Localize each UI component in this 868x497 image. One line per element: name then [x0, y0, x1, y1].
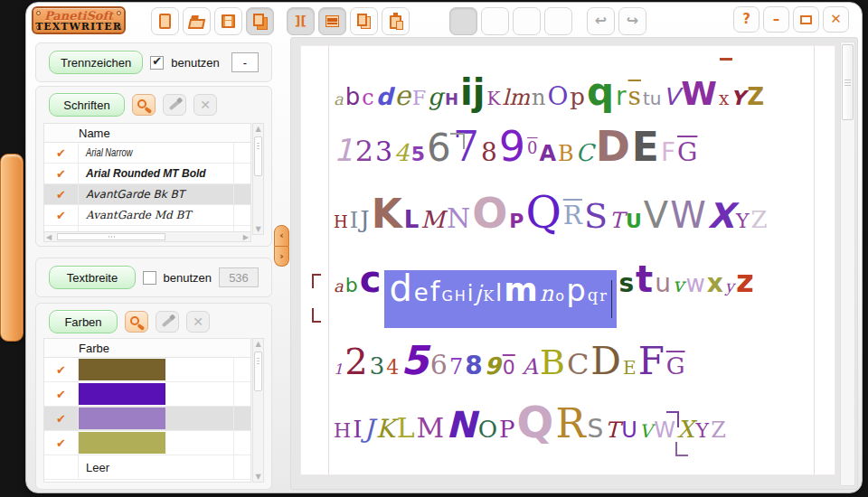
font-row[interactable]: ✔Arial Rounded MT Bold: [44, 164, 250, 184]
font-table-vscrollbar[interactable]: ▲ ▼: [252, 123, 264, 235]
undo-button[interactable]: ↩: [587, 7, 615, 35]
align-left-button[interactable]: [449, 7, 477, 35]
text-line-2[interactable]: 1234567890ABCDEFG: [334, 126, 699, 167]
color-delete-button[interactable]: ✕: [186, 311, 210, 333]
font-check-cell[interactable]: ✔: [44, 205, 79, 225]
font-delete-button[interactable]: ✕: [193, 94, 217, 116]
font-row[interactable]: ✔Arial Narrow: [44, 143, 250, 164]
font-check-cell[interactable]: ✔: [44, 143, 79, 163]
color-check-cell[interactable]: [44, 455, 79, 479]
align-center-button[interactable]: [481, 7, 509, 35]
color-swatch[interactable]: [79, 432, 165, 454]
color-swatch[interactable]: [79, 408, 165, 429]
drawer-handle[interactable]: [0, 154, 24, 342]
font-table-header[interactable]: Name: [44, 124, 250, 143]
scroll-down-icon[interactable]: ▼: [253, 225, 263, 233]
color-check-cell[interactable]: ✔: [44, 407, 79, 430]
save-document-button[interactable]: [214, 7, 242, 35]
text-selection[interactable]: defGHijKlmnopqr: [384, 270, 617, 328]
close-button[interactable]: ✕: [823, 6, 849, 33]
scroll-thumb[interactable]: [254, 352, 262, 391]
canvas-vscrollbar[interactable]: [840, 42, 855, 486]
paragraph-lines-button[interactable]: [318, 7, 346, 35]
color-check-cell[interactable]: ✔: [44, 431, 79, 455]
color-check-cell[interactable]: ✔: [44, 358, 79, 381]
paste-icon: [390, 15, 401, 29]
color-value-cell[interactable]: [79, 431, 234, 455]
scroll-left-icon[interactable]: ◀: [46, 232, 52, 241]
maximize-button[interactable]: [793, 6, 819, 33]
color-check-cell[interactable]: ✔: [44, 382, 79, 406]
trennzeichen-button[interactable]: Trennzeichen: [49, 51, 143, 74]
color-column-header[interactable]: Farbe: [79, 342, 109, 355]
color-row[interactable]: ✔: [44, 407, 250, 431]
color-value-cell[interactable]: Leer: [79, 455, 234, 479]
glyph: 9: [485, 354, 501, 378]
trennzeichen-input[interactable]: [231, 52, 259, 72]
text-line-5[interactable]: 1234567890 ABCDEFG: [334, 341, 687, 380]
textbreite-input[interactable]: [219, 267, 259, 287]
scroll-thumb[interactable]: [57, 233, 165, 240]
color-row[interactable]: ✔: [44, 382, 250, 407]
font-row[interactable]: ✔AvantGarde Md BT: [44, 205, 250, 226]
color-extra-cell: [234, 407, 250, 430]
color-row[interactable]: ✔: [44, 431, 250, 455]
color-value-cell[interactable]: [79, 358, 234, 381]
color-table-header[interactable]: Farbe: [44, 339, 250, 358]
glyph: a: [334, 278, 344, 295]
color-swatch[interactable]: [79, 359, 165, 380]
text-line-4[interactable]: abcdefGHijKlmnopqrstuvwxyz: [334, 261, 756, 319]
expand-sidebar-button[interactable]: ›: [274, 247, 289, 267]
farben-button[interactable]: Farben: [49, 310, 118, 333]
format-mark: [450, 133, 465, 149]
collapse-sidebar-button[interactable]: ‹: [274, 225, 289, 247]
font-name-cell[interactable]: Arial Narrow: [79, 143, 234, 163]
color-search-button[interactable]: [125, 311, 148, 333]
align-right-button[interactable]: [513, 7, 541, 35]
trennzeichen-checkbox[interactable]: ✔: [150, 56, 164, 70]
text-line-3[interactable]: HIJKLMNOPQRSTUVWXYZ: [334, 191, 769, 234]
text-line-1[interactable]: abcdeFgHijKlmnOpqrstuVWxYZ: [334, 73, 766, 111]
schriften-button[interactable]: Schriften: [49, 93, 125, 117]
color-swatch[interactable]: [79, 383, 165, 405]
font-name-cell[interactable]: AvantGarde Bk BT: [79, 184, 234, 204]
glyph: Y: [731, 89, 745, 108]
paste-button[interactable]: [382, 7, 410, 35]
glyph: O: [478, 417, 497, 441]
textbreite-checkbox[interactable]: [143, 271, 156, 285]
scroll-up-icon[interactable]: ▲: [253, 340, 263, 348]
font-name-column-header[interactable]: Name: [79, 127, 110, 140]
font-row[interactable]: ✔AvantGarde Bk BT: [44, 184, 250, 205]
copy-button[interactable]: [350, 7, 378, 35]
font-table-hscrollbar[interactable]: ◀ ▶: [43, 231, 251, 242]
glyph: U: [626, 211, 642, 231]
glyph: c: [362, 87, 373, 108]
help-button[interactable]: ?: [733, 6, 760, 33]
new-document-button[interactable]: [151, 7, 179, 35]
font-check-cell[interactable]: ✔: [44, 164, 79, 183]
font-name-cell[interactable]: Arial Rounded MT Bold: [79, 164, 234, 183]
open-document-button[interactable]: [183, 7, 211, 35]
color-table-vscrollbar[interactable]: ▲ ▼: [252, 338, 264, 483]
color-value-cell[interactable]: [79, 382, 234, 406]
document-page[interactable]: abcdeFgHijKlmnOpqrstuVWxYZ1234567890ABCD…: [300, 45, 835, 475]
color-row[interactable]: Leer: [44, 455, 250, 480]
font-name-cell[interactable]: AvantGarde Md BT: [79, 205, 234, 225]
select-brackets-button[interactable]: ][: [287, 7, 315, 35]
color-edit-button[interactable]: [156, 311, 179, 333]
scroll-down-icon[interactable]: ▼: [253, 473, 263, 481]
font-search-button[interactable]: [132, 94, 156, 116]
font-edit-button[interactable]: [163, 94, 186, 116]
scroll-thumb[interactable]: [842, 44, 854, 120]
align-justify-button[interactable]: [544, 7, 572, 35]
textbreite-button[interactable]: Textbreite: [49, 266, 136, 289]
scroll-right-icon[interactable]: ▶: [243, 232, 249, 241]
scroll-up-icon[interactable]: ▲: [253, 125, 263, 133]
minimize-button[interactable]: –: [763, 6, 789, 33]
save-all-button[interactable]: [246, 7, 274, 35]
color-value-cell[interactable]: [79, 407, 234, 430]
font-check-cell[interactable]: ✔: [44, 184, 79, 204]
scroll-thumb[interactable]: [254, 136, 262, 176]
color-row[interactable]: ✔: [44, 358, 250, 382]
redo-button[interactable]: ↪: [618, 7, 646, 35]
